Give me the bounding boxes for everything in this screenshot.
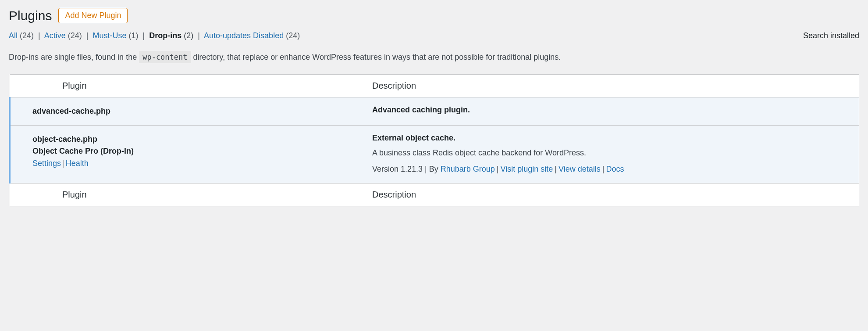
meta-link[interactable]: View details: [559, 165, 601, 173]
col-desc-head: Description: [367, 75, 859, 97]
desc-title: External object cache.: [372, 133, 455, 142]
filter-autoupdates-link[interactable]: Auto-updates Disabled: [204, 31, 284, 40]
desc-title: Advanced caching plugin.: [372, 105, 470, 114]
page-title: Plugins: [9, 8, 52, 23]
plugins-table: Plugin Description advanced-cache.phpAdv…: [9, 74, 859, 206]
meta-link[interactable]: Rhubarb Group: [441, 165, 495, 173]
dropins-description: Drop-ins are single files, found in the …: [9, 53, 859, 62]
row-check-cell: [10, 126, 27, 183]
filter-dropins-current: Drop-ins (2): [149, 31, 196, 40]
plugin-name-text: advanced-cache.php: [32, 107, 110, 115]
row-check-cell: [10, 97, 27, 126]
row-action-link[interactable]: Settings: [32, 159, 61, 168]
filter-active-link[interactable]: Active: [44, 31, 66, 40]
col-desc-foot: Description: [367, 183, 859, 206]
code-wp-content: wp-content: [139, 51, 191, 63]
plugin-name-text: object-cache.php: [32, 135, 97, 144]
plugin-name-cell: advanced-cache.php: [27, 97, 367, 126]
plugin-desc-cell: External object cache.A business class R…: [367, 126, 859, 183]
col-check-head: [10, 75, 27, 97]
meta-link[interactable]: Visit plugin site: [501, 165, 553, 173]
page-header: Plugins Add New Plugin: [9, 8, 859, 23]
table-row: object-cache.phpObject Cache Pro (Drop-i…: [10, 126, 859, 183]
filter-mustuse-link[interactable]: Must-Use: [93, 31, 127, 40]
plugin-name-cell: object-cache.phpObject Cache Pro (Drop-i…: [27, 126, 367, 183]
table-row: advanced-cache.phpAdvanced caching plugi…: [10, 97, 859, 126]
filter-active-count: (24): [68, 31, 82, 40]
meta-link[interactable]: Docs: [606, 165, 624, 173]
filter-mustuse-count: (1): [129, 31, 139, 40]
filter-all-count: (24): [20, 31, 34, 40]
filter-autoupdates-count: (24): [286, 31, 300, 40]
filter-row: All (24) | Active (24) | Must-Use (1) | …: [9, 31, 859, 40]
plugin-desc-cell: Advanced caching plugin.: [367, 97, 859, 126]
add-new-plugin-button[interactable]: Add New Plugin: [58, 8, 128, 23]
search-installed-label[interactable]: Search installed: [803, 31, 859, 40]
plugin-filters: All (24) | Active (24) | Must-Use (1) | …: [9, 31, 300, 40]
row-action-link[interactable]: Health: [66, 159, 89, 168]
plugin-name-text: Object Cache Pro (Drop-in): [32, 147, 134, 155]
col-plugin-foot: Plugin: [27, 183, 367, 206]
col-plugin-head: Plugin: [27, 75, 367, 97]
desc-paragraph: A business class Redis object cache back…: [372, 147, 854, 159]
col-check-foot: [10, 183, 27, 206]
plugin-meta: Version 1.21.3 | By Rhubarb Group|Visit …: [372, 163, 854, 175]
row-actions: Settings|Health: [32, 159, 362, 168]
filter-all-link[interactable]: All: [9, 31, 18, 40]
